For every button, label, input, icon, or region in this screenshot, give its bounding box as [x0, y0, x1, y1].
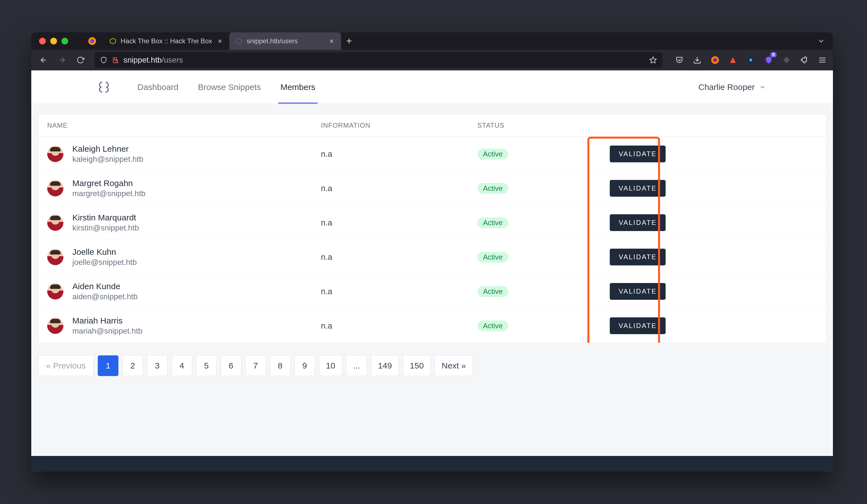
extension-foxyproxy-icon[interactable]	[727, 54, 739, 66]
window-controls	[31, 38, 68, 44]
user-email: aiden@snippet.htb	[72, 292, 138, 301]
page-number[interactable]: 3	[147, 355, 168, 376]
page-number[interactable]: 149	[371, 355, 399, 376]
user-menu[interactable]: Charlie Rooper	[698, 83, 766, 92]
app-menu-icon[interactable]	[816, 54, 828, 66]
pagination: « Previous12345678910...149150Next »	[38, 355, 826, 376]
page-number[interactable]: 4	[171, 355, 192, 376]
user-name: Margret Rogahn	[72, 179, 146, 188]
action-cell: VALIDATE	[581, 146, 817, 162]
status-cell: Active	[477, 252, 581, 262]
forward-button[interactable]	[54, 52, 70, 68]
validate-button[interactable]: VALIDATE	[610, 318, 666, 334]
page-number[interactable]: 150	[403, 355, 431, 376]
extensions-button-icon[interactable]	[798, 54, 811, 66]
svg-point-13	[749, 59, 752, 62]
action-cell: VALIDATE	[581, 318, 817, 334]
status-badge: Active	[477, 320, 509, 331]
status-cell: Active	[477, 149, 581, 160]
page-content: Dashboard Browse Snippets Members Charli…	[31, 71, 833, 472]
tab-snippet-users[interactable]: snippet.htb/users ×	[229, 32, 341, 50]
window-maximize-icon[interactable]	[62, 38, 68, 44]
col-header-name: Name	[47, 121, 321, 129]
nav-members[interactable]: Members	[280, 71, 315, 104]
info-cell: n.a	[321, 287, 477, 296]
url-text: snippet.htb/users	[124, 56, 183, 65]
info-cell: n.a	[321, 321, 477, 331]
shield-icon[interactable]	[100, 56, 107, 64]
info-cell: n.a	[321, 218, 477, 227]
info-cell: n.a	[321, 184, 477, 193]
back-button[interactable]	[36, 52, 51, 68]
page-number[interactable]: 8	[270, 355, 290, 376]
col-header-status: Status	[477, 121, 581, 129]
new-tab-button[interactable]: +	[341, 32, 357, 50]
content: Name Information Status Kaleigh Lehner k…	[31, 104, 833, 456]
status-cell: Active	[477, 286, 581, 297]
pocket-icon[interactable]	[673, 54, 685, 66]
page-number[interactable]: 9	[295, 355, 315, 376]
extension-badge-icon[interactable]: 9	[762, 54, 775, 66]
tab-close-icon[interactable]: ×	[328, 37, 335, 45]
user-email: mariah@snippet.htb	[72, 326, 142, 335]
extension-wappalyzer-icon[interactable]	[745, 54, 757, 66]
avatar	[47, 146, 63, 162]
download-icon[interactable]	[691, 54, 703, 66]
extension-hackbar-icon[interactable]	[709, 54, 721, 66]
user-cell: Aiden Kunde aiden@snippet.htb	[47, 282, 321, 301]
extension-dark-icon[interactable]	[780, 54, 793, 66]
svg-marker-8	[650, 57, 656, 63]
app-logo-icon[interactable]	[87, 78, 121, 96]
nav-dashboard[interactable]: Dashboard	[137, 71, 179, 104]
page-number[interactable]: 5	[196, 355, 217, 376]
avatar	[47, 215, 63, 231]
tab-hackthebox[interactable]: Hack The Box :: Hack The Box ×	[103, 32, 229, 50]
table-header: Name Information Status	[38, 114, 826, 137]
page-prev[interactable]: « Previous	[38, 355, 94, 376]
bookmark-star-icon[interactable]	[649, 56, 657, 64]
insecure-lock-icon[interactable]	[112, 56, 119, 64]
page-number[interactable]: 7	[245, 355, 266, 376]
status-cell: Active	[477, 320, 581, 331]
tab-close-icon[interactable]: ×	[216, 37, 224, 45]
user-email: kirstin@snippet.htb	[72, 224, 139, 233]
page-number[interactable]: 1	[98, 355, 118, 376]
validate-button[interactable]: VALIDATE	[610, 283, 666, 300]
svg-point-1	[90, 39, 94, 43]
user-name: Kaleigh Lehner	[72, 144, 143, 154]
avatar	[47, 283, 63, 300]
reload-button[interactable]	[73, 52, 88, 68]
user-name: Mariah Harris	[72, 316, 142, 325]
table-row: Kirstin Marquardt kirstin@snippet.htb n.…	[38, 206, 826, 240]
info-cell: n.a	[321, 253, 477, 262]
validate-button[interactable]: VALIDATE	[610, 214, 666, 231]
window-close-icon[interactable]	[39, 38, 46, 44]
tabs-overflow-button[interactable]	[817, 37, 833, 45]
avatar	[47, 249, 63, 265]
user-cell: Mariah Harris mariah@snippet.htb	[47, 316, 321, 335]
page-number[interactable]: 2	[122, 355, 143, 376]
window-minimize-icon[interactable]	[50, 38, 57, 44]
page-number[interactable]: 10	[319, 355, 342, 376]
nav-browse-snippets[interactable]: Browse Snippets	[198, 71, 261, 104]
address-bar[interactable]: snippet.htb/users	[94, 52, 663, 68]
validate-button[interactable]: VALIDATE	[610, 249, 666, 265]
validate-button[interactable]: VALIDATE	[610, 146, 666, 162]
svg-point-3	[236, 39, 241, 44]
tab-title: Hack The Box :: Hack The Box	[121, 37, 212, 45]
user-cell: Kaleigh Lehner kaleigh@snippet.htb	[47, 144, 321, 164]
page-next[interactable]: Next »	[435, 355, 473, 376]
user-cell: Kirstin Marquardt kirstin@snippet.htb	[47, 213, 321, 233]
user-email: margret@snippet.htb	[72, 189, 146, 198]
url-host: snippet.htb	[124, 56, 162, 64]
action-cell: VALIDATE	[581, 249, 817, 265]
user-cell: Margret Rogahn margret@snippet.htb	[47, 179, 321, 198]
user-email: joelle@snippet.htb	[72, 258, 137, 267]
page-number[interactable]: 6	[221, 355, 241, 376]
app-header: Dashboard Browse Snippets Members Charli…	[31, 71, 833, 104]
col-header-information: Information	[321, 121, 477, 129]
table-row: Aiden Kunde aiden@snippet.htb n.a Active…	[38, 274, 826, 309]
user-name: Aiden Kunde	[72, 282, 138, 291]
generic-favicon-icon	[235, 37, 243, 45]
validate-button[interactable]: VALIDATE	[610, 180, 666, 197]
